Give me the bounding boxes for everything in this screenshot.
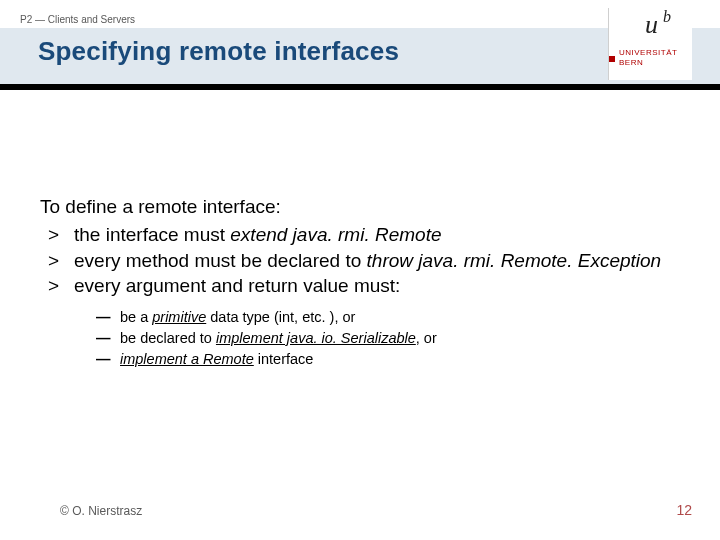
sub-bullet-item: — be a primitive data type (int, etc. ),… <box>96 307 680 328</box>
bullet-mark: > <box>48 273 74 299</box>
sub-bullet-item: — implement a Remote interface <box>96 349 680 370</box>
sub-underline: implement a Remote <box>120 351 254 367</box>
bullet-em: extend java. rmi. Remote <box>230 224 441 245</box>
course-header: P2 — Clients and Servers <box>20 14 135 25</box>
bullet-em: throw java. rmi. Remote. Exception <box>367 250 662 271</box>
bullet-item: > the interface must extend java. rmi. R… <box>48 222 680 248</box>
slide: P2 — Clients and Servers Specifying remo… <box>0 0 720 540</box>
logo-box: u b UNIVERSITÄT BERN <box>608 8 692 80</box>
sub-bullet-list: — be a primitive data type (int, etc. ),… <box>96 307 680 370</box>
bullet-pre: every argument and return value must: <box>74 275 400 296</box>
sub-pre: be declared to <box>120 330 216 346</box>
bullet-item: > every method must be declared to throw… <box>48 248 680 274</box>
lead-text: To define a remote interface: <box>40 196 680 218</box>
logo-universitat: UNIVERSITÄT <box>619 48 677 57</box>
sub-underline: implement java. io. Serializable <box>216 330 416 346</box>
sub-post: , or <box>416 330 437 346</box>
bullet-mark: > <box>48 248 74 274</box>
logo-bern: BERN <box>619 58 643 67</box>
logo-letter-b: b <box>663 8 671 26</box>
bullet-item: > every argument and return value must: <box>48 273 680 299</box>
sub-pre: be a <box>120 309 152 325</box>
slide-title: Specifying remote interfaces <box>38 36 399 67</box>
sub-post: data type (int, etc. ), or <box>206 309 355 325</box>
black-divider <box>0 84 720 90</box>
content: To define a remote interface: > the inte… <box>40 196 680 370</box>
dash-mark: — <box>96 328 120 349</box>
bullet-pre: every method must be declared to <box>74 250 367 271</box>
sub-bullet-item: — be declared to implement java. io. Ser… <box>96 328 680 349</box>
bullet-pre: the interface must <box>74 224 230 245</box>
footer-copyright: © O. Nierstrasz <box>60 504 142 518</box>
university-logo: u b UNIVERSITÄT BERN <box>608 8 692 80</box>
dash-mark: — <box>96 307 120 328</box>
page-number: 12 <box>676 502 692 518</box>
sub-underline: primitive <box>152 309 206 325</box>
logo-letter-u: u <box>645 10 658 40</box>
bullet-mark: > <box>48 222 74 248</box>
dash-mark: — <box>96 349 120 370</box>
bullet-list: > the interface must extend java. rmi. R… <box>48 222 680 299</box>
sub-post: interface <box>254 351 314 367</box>
logo-red-dot <box>609 56 615 62</box>
